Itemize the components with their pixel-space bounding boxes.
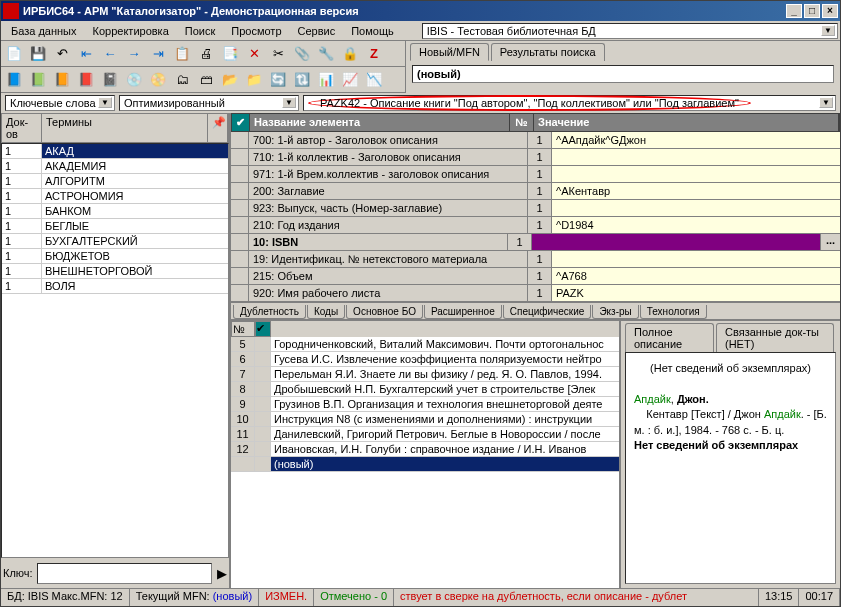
tb2-16-icon[interactable]: 📉 [363,69,385,91]
subtab-code[interactable]: Коды [307,305,345,319]
next-icon[interactable]: → [123,43,145,65]
tb2-4-icon[interactable]: 📕 [75,69,97,91]
result-row[interactable]: 7Перельман Я.И. Знаете ли вы физику / ре… [231,367,619,382]
tb2-1-icon[interactable]: 📘 [3,69,25,91]
mfn-field[interactable]: (новый) [412,65,834,83]
cut-icon[interactable]: ✂ [267,43,289,65]
element-row[interactable]: 10: ISBN1... [231,234,840,251]
results-list[interactable]: 5Городниченковский, Виталий Максимович. … [231,337,619,588]
element-row[interactable]: 200: Заглавие1^AКентавр [231,183,840,200]
element-row[interactable]: 700: 1-й автор - Заголовок описания1^AАп… [231,132,840,149]
term-row[interactable]: 1БЕГЛЫЕ [2,219,228,234]
tb2-6-icon[interactable]: 💿 [123,69,145,91]
term-row[interactable]: 1АКАДЕМИЯ [2,159,228,174]
result-row[interactable]: 11Данилевский, Григорий Петрович. Беглые… [231,427,619,442]
last-icon[interactable]: ⇥ [147,43,169,65]
copy2-icon[interactable]: 📑 [219,43,241,65]
subtab-tech[interactable]: Технология [640,305,707,319]
menu-search[interactable]: Поиск [177,23,223,39]
col-count[interactable]: Док-ов [2,114,42,142]
term-row[interactable]: 1АСТРОНОМИЯ [2,189,228,204]
pin-icon[interactable]: 📌 [208,114,228,142]
tb2-12-icon[interactable]: 🔄 [267,69,289,91]
tb2-7-icon[interactable]: 📀 [147,69,169,91]
tb2-10-icon[interactable]: 📂 [219,69,241,91]
tb2-2-icon[interactable]: 📗 [27,69,49,91]
result-row[interactable]: 12Ивановская, И.Н. Голуби : справочное и… [231,442,619,457]
subtab-ext[interactable]: Расширенное [424,305,502,319]
tb2-14-icon[interactable]: 📊 [315,69,337,91]
close-button[interactable]: × [822,4,838,18]
tab-new[interactable]: Новый/MFN [410,43,489,61]
tb2-15-icon[interactable]: 📈 [339,69,361,91]
key-go-icon[interactable]: ▶ [216,562,228,584]
database-select[interactable]: IBIS - Тестовая библиотечная БД [422,23,838,39]
element-row[interactable]: 710: 1-й коллектив - Заголовок описания1 [231,149,840,166]
subtab-dub[interactable]: Дублетность [233,305,306,319]
print-icon[interactable]: 🖨 [195,43,217,65]
element-row[interactable]: 920: Имя рабочего листа1PAZK [231,285,840,302]
menu-help[interactable]: Помощь [343,23,402,39]
subtab-main[interactable]: Основное БО [346,305,423,319]
result-row[interactable]: 9Грузинов В.П. Организация и технология … [231,397,619,412]
term-row[interactable]: 1БУХГАЛТЕРСКИЙ [2,234,228,249]
combo-keywords[interactable]: Ключевые слова [5,95,115,111]
delete-icon[interactable]: ✕ [243,43,265,65]
copy-icon[interactable]: 📋 [171,43,193,65]
result-row[interactable]: 10Инструкция N8 (с изменениями и дополне… [231,412,619,427]
element-row[interactable]: 210: Год издания1^D1984 [231,217,840,234]
subtab-spec[interactable]: Специфические [503,305,592,319]
term-row[interactable]: 1ВНЕШНЕТОРГОВОЙ [2,264,228,279]
result-row[interactable]: 5Городниченковский, Виталий Максимович. … [231,337,619,352]
menu-database[interactable]: База данных [3,23,85,39]
tab-results[interactable]: Результаты поиска [491,43,605,61]
menu-view[interactable]: Просмотр [223,23,289,39]
subtab-ex[interactable]: Экз-ры [592,305,638,319]
tb2-11-icon[interactable]: 📁 [243,69,265,91]
col-resnum[interactable]: № [231,321,255,337]
minimize-button[interactable]: _ [786,4,802,18]
new-icon[interactable]: 📄 [3,43,25,65]
col-elemname[interactable]: Название элемента [250,114,510,131]
col-elemval[interactable]: Значение [534,114,839,131]
menu-correction[interactable]: Корректировка [85,23,177,39]
undo-icon[interactable]: ↶ [51,43,73,65]
result-row[interactable]: 6Гусева И.С. Извлечение коэффициента пол… [231,352,619,367]
menu-service[interactable]: Сервис [290,23,344,39]
paste-icon[interactable]: 📎 [291,43,313,65]
maximize-button[interactable]: □ [804,4,820,18]
tab-fulldesc[interactable]: Полное описание [625,323,714,352]
combo-worksheet[interactable]: PAZK42 - Описание книги "Под автором", "… [303,95,836,111]
prev-icon[interactable]: ← [99,43,121,65]
tb2-3-icon[interactable]: 📙 [51,69,73,91]
lock-icon[interactable]: 🔒 [339,43,361,65]
value-picker-button[interactable]: ... [820,234,840,250]
elements-grid[interactable]: 700: 1-й автор - Заголовок описания1^AАп… [231,132,840,302]
z-icon[interactable]: Z [363,43,385,65]
result-row-new[interactable]: (новый) [231,457,619,472]
term-row[interactable]: 1АКАД [2,144,228,159]
col-elemnum[interactable]: № [510,114,534,131]
save-icon[interactable]: 💾 [27,43,49,65]
col-rescheck[interactable]: ✔ [255,321,271,337]
element-row[interactable]: 19: Идентификац. № нетекстового материал… [231,251,840,268]
first-icon[interactable]: ⇤ [75,43,97,65]
tb2-8-icon[interactable]: 🗂 [171,69,193,91]
term-row[interactable]: 1БЮДЖЕТОВ [2,249,228,264]
element-row[interactable]: 215: Объем1^A768 [231,268,840,285]
element-row[interactable]: 971: 1-й Врем.коллектив - заголовок опис… [231,166,840,183]
element-row[interactable]: 923: Выпуск, часть (Номер-заглавие)1 [231,200,840,217]
term-row[interactable]: 1АЛГОРИТМ [2,174,228,189]
result-row[interactable]: 8Дробышевский Н.П. Бухгалтерский учет в … [231,382,619,397]
col-check[interactable]: ✔ [232,114,250,131]
tool-icon[interactable]: 🔧 [315,43,337,65]
col-terms[interactable]: Термины [42,114,208,142]
term-row[interactable]: 1БАНКОМ [2,204,228,219]
term-row[interactable]: 1ВОЛЯ [2,279,228,294]
combo-optimized[interactable]: Оптимизированный [119,95,299,111]
tab-linked[interactable]: Связанные док-ты (НЕТ) [716,323,834,352]
tb2-5-icon[interactable]: 📓 [99,69,121,91]
key-input[interactable] [37,563,212,584]
tb2-13-icon[interactable]: 🔃 [291,69,313,91]
terms-list[interactable]: 1АКАД1АКАДЕМИЯ1АЛГОРИТМ1АСТРОНОМИЯ1БАНКО… [1,143,229,558]
